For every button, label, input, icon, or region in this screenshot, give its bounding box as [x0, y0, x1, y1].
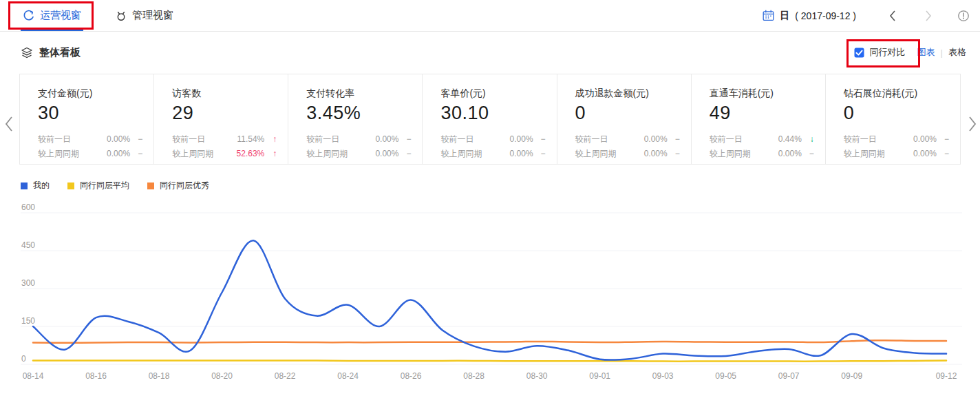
metric-card[interactable]: 访客数29较前一日11.54%↑较上周同期52.63%↑	[154, 74, 288, 164]
metric-card[interactable]: 直通车消耗(元)49较前一日0.44%↓较上周同期0.00%−	[692, 74, 826, 164]
legend-item[interactable]: 我的	[21, 180, 50, 191]
flat-indicator-icon: −	[937, 147, 949, 161]
chevron-right-icon	[968, 116, 977, 132]
board-title: 整体看板	[39, 46, 81, 59]
metric-value: 0	[575, 103, 680, 124]
layers-icon	[21, 47, 33, 59]
date-value: ( 2017-09-12 )	[795, 10, 856, 21]
board-controls: 同行对比 图表 | 表格	[854, 46, 966, 59]
compare-row: 较前一日0.00%−	[440, 132, 545, 147]
flat-indicator-icon: −	[937, 132, 949, 147]
tab-operations-view[interactable]: 运营视窗	[21, 0, 83, 31]
x-axis-label: 08-24	[337, 371, 359, 381]
compare-label: 较上周同期	[306, 147, 364, 161]
chevron-left-icon	[5, 116, 13, 132]
metric-value: 49	[710, 103, 814, 124]
metric-card[interactable]: 成功退款金额(元)0较前一日0.00%−较上周同期0.00%−	[557, 74, 692, 164]
top-header: 运营视窗 管理视窗 日 ( 2017-09-12 )	[0, 0, 980, 32]
compare-value: 0.00%	[364, 132, 398, 147]
metric-title: 支付转化率	[306, 87, 411, 100]
flat-indicator-icon: −	[533, 147, 546, 161]
down-indicator-icon: ↓	[802, 132, 814, 147]
metric-card[interactable]: 钻石展位消耗(元)0较前一日0.00%−较上周同期0.00%−	[826, 74, 960, 164]
compare-value: 0.00%	[364, 147, 398, 161]
legend-item[interactable]: 同行同层平均	[67, 180, 129, 191]
metric-card[interactable]: 支付金额(元)30较前一日0.00%−较上周同期0.00%−	[20, 74, 154, 164]
compare-label: 较上周同期	[844, 147, 902, 161]
compare-value: 11.54%	[230, 132, 264, 147]
metric-value: 30.10	[440, 103, 545, 124]
flat-indicator-icon: −	[668, 132, 680, 147]
tab-label: 管理视窗	[132, 9, 173, 22]
compare-label: 较前一日	[306, 132, 364, 147]
compare-row: 较上周同期52.63%↑	[172, 147, 277, 161]
trend-line-chart: 015030045060008-1408-1608-1808-2008-2208…	[0, 200, 980, 396]
compare-label: 较前一日	[575, 132, 633, 147]
tab-label: 运营视窗	[40, 9, 81, 22]
flat-indicator-icon: −	[130, 147, 142, 161]
compare-value: 0.00%	[633, 147, 668, 161]
compare-value: 0.00%	[499, 132, 533, 147]
metric-compare-rows: 较前一日0.00%−较上周同期0.00%−	[844, 132, 949, 161]
legend-label: 我的	[33, 180, 50, 191]
x-axis-label: 08-26	[401, 371, 422, 381]
peer-compare-toggle[interactable]: 同行对比	[854, 46, 906, 59]
compare-value: 0.00%	[767, 147, 802, 161]
metric-value: 0	[844, 103, 949, 124]
metric-title: 支付金额(元)	[38, 87, 142, 100]
legend-item[interactable]: 同行同层优秀	[147, 180, 209, 191]
view-tabs: 运营视窗 管理视窗	[21, 0, 175, 31]
compare-label: 较上周同期	[575, 147, 633, 161]
metric-title: 钻石展位消耗(元)	[844, 87, 949, 100]
x-axis-label: 08-20	[211, 371, 233, 381]
x-axis-label: 09-09	[841, 371, 862, 381]
info-icon	[957, 10, 970, 22]
date-picker[interactable]: 日 ( 2017-09-12 )	[763, 10, 856, 22]
legend-swatch-icon	[67, 183, 74, 189]
compare-row: 较前一日0.00%−	[38, 132, 142, 147]
flat-indicator-icon: −	[802, 147, 814, 161]
date-next-button[interactable]	[924, 9, 933, 23]
cards-prev-button[interactable]	[3, 114, 15, 134]
tab-management-view[interactable]: 管理视窗	[114, 0, 175, 31]
checkbox-checked-icon[interactable]	[854, 48, 864, 58]
compare-row: 较前一日0.00%−	[575, 132, 680, 147]
refresh-circle-icon	[23, 10, 34, 21]
metric-card[interactable]: 客单价(元)30.10较前一日0.00%−较上周同期0.00%−	[423, 74, 557, 164]
metric-compare-rows: 较前一日0.00%−较上周同期0.00%−	[575, 132, 680, 161]
legend-swatch-icon	[147, 183, 154, 189]
compare-label: 较前一日	[38, 132, 96, 147]
flat-indicator-icon: −	[398, 132, 411, 147]
x-axis-label: 09-05	[715, 371, 736, 381]
x-axis-label: 08-16	[85, 371, 107, 381]
date-prev-button[interactable]	[888, 9, 897, 23]
compare-value: 0.00%	[902, 147, 937, 161]
view-table-link[interactable]: 表格	[948, 46, 966, 59]
info-button[interactable]	[957, 9, 970, 23]
compare-row: 较上周同期0.00%−	[844, 147, 949, 161]
y-axis-label: 300	[21, 278, 35, 288]
x-axis-label: 08-18	[149, 371, 170, 381]
metric-value: 3.45%	[306, 103, 411, 124]
compare-value: 0.00%	[633, 132, 668, 147]
cards-next-button[interactable]	[966, 114, 979, 134]
compare-row: 较上周同期0.00%−	[575, 147, 680, 161]
metric-title: 访客数	[172, 87, 277, 100]
y-axis-label: 150	[21, 316, 35, 326]
legend-label: 同行同层平均	[80, 180, 129, 191]
metric-title: 客单价(元)	[440, 87, 545, 100]
compare-label: 较前一日	[844, 132, 902, 147]
view-switch-divider: |	[941, 48, 943, 58]
metric-card[interactable]: 支付转化率3.45%较前一日0.00%−较上周同期0.00%−	[288, 74, 423, 164]
metric-value: 29	[172, 103, 277, 124]
up-indicator-icon: ↑	[264, 147, 277, 161]
header-controls: 日 ( 2017-09-12 )	[763, 9, 980, 23]
flat-indicator-icon: −	[130, 132, 142, 147]
metric-cards-row: 支付金额(元)30较前一日0.00%−较上周同期0.00%−访客数29较前一日1…	[19, 74, 961, 165]
chart-legend: 我的同行同层平均同行同层优秀	[21, 180, 209, 191]
metric-value: 30	[38, 103, 142, 124]
compare-label: 较前一日	[710, 132, 767, 147]
metric-compare-rows: 较前一日0.00%−较上周同期0.00%−	[306, 132, 411, 161]
compare-row: 较前一日11.54%↑	[172, 132, 277, 147]
view-chart-link[interactable]: 图表	[917, 46, 935, 59]
